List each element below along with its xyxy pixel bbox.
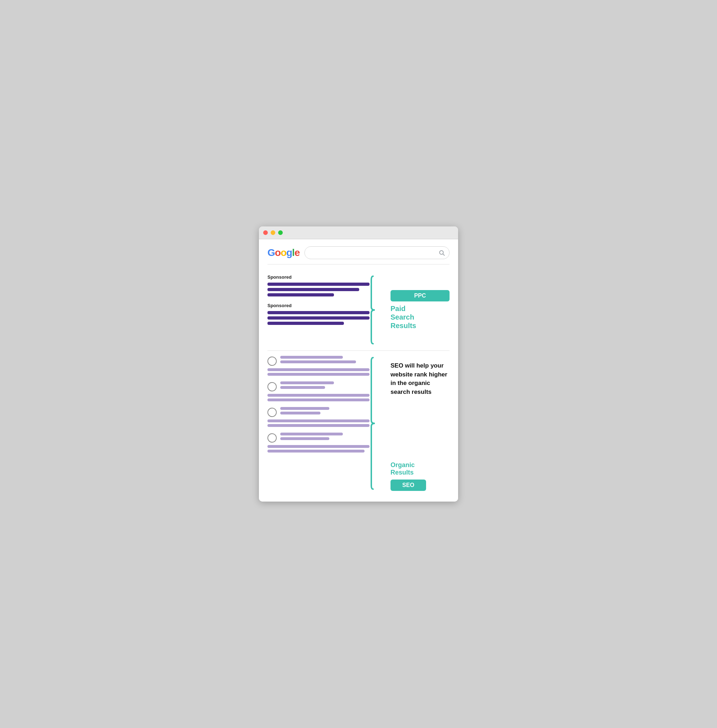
ppc-label-text: PaidSearchResults — [391, 305, 416, 329]
seo-description-block: SEO will help your website rank higher i… — [391, 356, 450, 397]
svg-line-1 — [443, 254, 444, 255]
bbar-3-1 — [267, 419, 369, 422]
circle-icon-1 — [267, 356, 277, 366]
header-lines-4 — [280, 433, 369, 440]
sponsored-label-2: Sponsored — [267, 303, 369, 308]
organic-row-2-header — [267, 381, 369, 391]
minimize-dot[interactable] — [271, 230, 275, 235]
body-bars-4 — [267, 445, 369, 452]
circle-icon-3 — [267, 408, 277, 417]
search-bar-area: Google — [267, 246, 450, 265]
organic-row-2 — [267, 381, 369, 401]
hbar-3-1 — [280, 407, 330, 410]
header-lines-3 — [280, 407, 369, 414]
logo-g: G — [267, 247, 275, 258]
organic-label-block: OrganicResults SEO — [391, 458, 450, 491]
bbar-3-2 — [267, 424, 369, 427]
circle-icon-2 — [267, 382, 277, 391]
hbar-4-1 — [280, 433, 343, 436]
hbar-1-1 — [280, 356, 343, 359]
browser-content: Google Sponsored — [259, 239, 458, 501]
ppc-badge: PPC — [391, 290, 450, 302]
organic-annotation: SEO will help your website rank higher i… — [389, 356, 450, 491]
bar-2-1 — [267, 311, 369, 314]
search-box[interactable] — [304, 246, 450, 259]
body-bars-2 — [267, 394, 369, 401]
sponsored-result-2: Sponsored — [267, 303, 369, 325]
google-logo: Google — [267, 248, 299, 258]
hbar-2-1 — [280, 381, 334, 384]
organic-section: SEO will help your website rank higher i… — [267, 356, 450, 491]
maximize-dot[interactable] — [278, 230, 283, 235]
bbar-4-1 — [267, 445, 369, 448]
logo-e: e — [294, 247, 300, 258]
bbar-2-2 — [267, 399, 369, 401]
bar-1-3 — [267, 293, 334, 297]
bbar-2-1 — [267, 394, 369, 397]
seo-badge: SEO — [391, 480, 426, 491]
search-results-panel: Sponsored Sponsored — [267, 274, 450, 491]
organic-bracket-icon — [369, 356, 389, 491]
body-bars-1 — [267, 368, 369, 376]
bar-1-2 — [267, 288, 359, 291]
bbar-4-2 — [267, 450, 365, 452]
browser-window: Google Sponsored — [259, 227, 458, 501]
body-bars-3 — [267, 419, 369, 427]
organic-label: OrganicResults — [391, 461, 450, 477]
browser-titlebar — [259, 227, 458, 239]
seo-description: SEO will help your website rank higher i… — [391, 361, 450, 397]
ppc-section: Sponsored Sponsored — [267, 274, 450, 346]
sponsored-results: Sponsored Sponsored — [267, 274, 369, 346]
hbar-4-2 — [280, 437, 330, 440]
bar-1-1 — [267, 283, 369, 286]
logo-o1: o — [275, 247, 281, 258]
bar-2-2 — [267, 316, 369, 320]
logo-g2: g — [286, 247, 292, 258]
organic-row-1-header — [267, 356, 369, 366]
organic-bracket-container — [369, 356, 389, 491]
bbar-1-1 — [267, 368, 369, 371]
ppc-bracket-icon — [369, 274, 389, 346]
ppc-annotation: PPC PaidSearchResults — [389, 274, 450, 346]
organic-label-text: OrganicResults — [391, 461, 415, 476]
logo-l: l — [292, 247, 294, 258]
organic-row-4-header — [267, 433, 369, 443]
close-dot[interactable] — [263, 230, 268, 235]
bbar-1-2 — [267, 373, 369, 376]
hbar-3-2 — [280, 412, 320, 414]
sponsored-result-1: Sponsored — [267, 274, 369, 297]
organic-row-1 — [267, 356, 369, 376]
logo-o2: o — [281, 247, 286, 258]
bar-2-3 — [267, 322, 344, 325]
organic-row-3-header — [267, 407, 369, 417]
ppc-label: PaidSearchResults — [391, 304, 450, 330]
header-lines-1 — [280, 356, 369, 363]
sponsored-label-1: Sponsored — [267, 274, 369, 280]
ppc-bracket-container — [369, 274, 389, 346]
divider — [267, 350, 450, 351]
header-lines-2 — [280, 381, 369, 389]
hbar-1-2 — [280, 361, 356, 363]
organic-results — [267, 356, 369, 491]
organic-row-3 — [267, 407, 369, 427]
search-icon — [438, 250, 445, 256]
hbar-2-2 — [280, 386, 325, 389]
circle-icon-4 — [267, 433, 277, 443]
organic-row-4 — [267, 433, 369, 452]
